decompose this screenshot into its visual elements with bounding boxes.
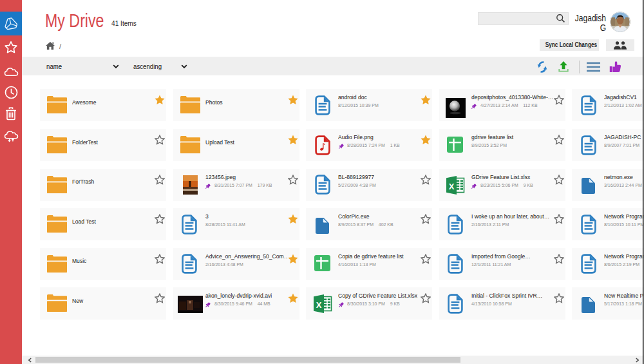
svg-text:X: X [316, 300, 321, 310]
svg-text:X: X [449, 181, 455, 191]
